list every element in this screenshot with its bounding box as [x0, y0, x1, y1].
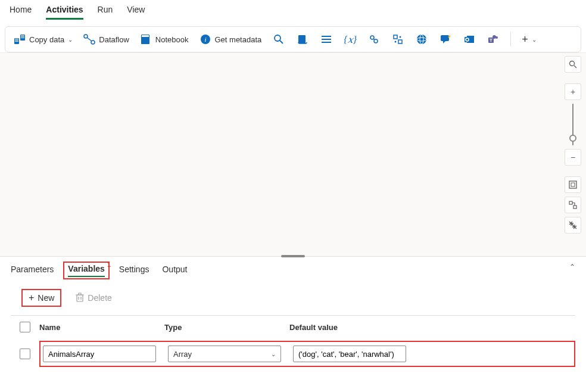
fullscreen-button[interactable] [565, 217, 581, 234]
auto-layout-button[interactable] [565, 197, 581, 213]
trash-icon [76, 293, 84, 304]
menu-home[interactable]: Home [10, 5, 32, 20]
svg-point-33 [495, 36, 498, 39]
column-header-default[interactable]: Default value [289, 323, 575, 332]
teams-icon[interactable]: T [487, 33, 500, 46]
svg-rect-40 [573, 206, 576, 209]
svg-point-36 [570, 61, 575, 66]
column-header-name[interactable]: Name [39, 323, 164, 332]
properties-panel: Parameters Variables 1 Settings Output ⌃… [0, 256, 586, 369]
svg-rect-7 [21, 38, 24, 38]
variable-type-select[interactable]: Array ⌄ [168, 346, 281, 362]
svg-rect-18 [322, 42, 331, 43]
top-menu-bar: Home Activities Run View [0, 0, 586, 24]
menu-view[interactable]: View [127, 5, 145, 20]
select-all-checkbox[interactable] [20, 322, 30, 332]
svg-point-25 [417, 35, 426, 44]
svg-text:i: i [204, 36, 206, 43]
variable-default-input[interactable] [293, 346, 406, 362]
web-icon[interactable] [415, 33, 428, 46]
debug-icon[interactable] [367, 33, 381, 46]
tab-settings[interactable]: Settings [119, 265, 149, 276]
canvas-search-button[interactable] [565, 56, 581, 73]
notebook-icon [140, 33, 152, 45]
zoom-slider[interactable] [572, 104, 573, 145]
svg-rect-41 [77, 295, 83, 301]
svg-rect-2 [15, 40, 18, 41]
fit-to-screen-button[interactable] [565, 176, 581, 193]
svg-rect-3 [15, 41, 18, 42]
dataflow-button[interactable]: Dataflow [83, 33, 129, 45]
svg-rect-38 [571, 183, 575, 186]
menu-activities[interactable]: Activities [46, 5, 83, 20]
new-variable-button[interactable]: + New [21, 289, 61, 307]
delete-label: Delete [88, 293, 111, 303]
zoom-in-button[interactable]: + [565, 83, 581, 100]
zoom-out-button[interactable]: − [565, 149, 581, 166]
svg-rect-16 [322, 36, 331, 37]
svg-rect-6 [21, 36, 24, 37]
delete-variable-button[interactable]: Delete [76, 293, 111, 304]
activities-toolbar: Copy data ⌄ Dataflow Notebook i Get meta… [5, 26, 581, 52]
dataflow-label: Dataflow [99, 35, 129, 44]
canvas-side-controls: + − [565, 56, 581, 234]
notebook-label: Notebook [155, 35, 189, 44]
variable-name-input[interactable] [43, 346, 156, 362]
list-icon[interactable] [320, 33, 333, 46]
get-metadata-button[interactable]: i Get metadata [200, 33, 262, 45]
svg-rect-11 [142, 35, 149, 37]
tab-parameters[interactable]: Parameters [11, 265, 54, 276]
svg-rect-28 [441, 35, 449, 41]
row-checkbox[interactable] [20, 349, 30, 359]
svg-point-24 [395, 41, 397, 43]
svg-point-14 [275, 35, 280, 41]
pipeline-canvas[interactable] [0, 52, 586, 256]
plus-icon: + [522, 33, 528, 46]
svg-rect-5 [21, 35, 24, 36]
toolbar-separator [510, 32, 511, 46]
svg-text:T: T [490, 38, 493, 43]
collapse-panel-button[interactable]: ⌃ [569, 263, 575, 271]
svg-point-23 [400, 36, 401, 38]
outlook-icon[interactable] [463, 33, 476, 46]
plus-icon: + [29, 293, 34, 303]
chevron-down-icon: ⌄ [271, 351, 276, 357]
svg-rect-22 [398, 40, 402, 43]
variables-badge: 1 [107, 262, 111, 268]
get-metadata-label: Get metadata [215, 35, 262, 44]
menu-run[interactable]: Run [98, 5, 113, 20]
svg-rect-39 [569, 201, 572, 204]
add-activity-button[interactable]: + ⌄ [522, 33, 537, 46]
svg-rect-17 [322, 39, 331, 40]
variables-table: Name Type Default value Array ⌄ [0, 316, 586, 369]
svg-rect-37 [569, 181, 576, 188]
table-row: Array ⌄ [11, 338, 575, 369]
copy-data-label: Copy data [29, 35, 64, 44]
dataflow-icon [83, 33, 95, 45]
panel-tabs: Parameters Variables 1 Settings Output ⌃ [0, 257, 586, 283]
zoom-slider-thumb[interactable] [569, 135, 576, 142]
chat-icon[interactable] [439, 33, 452, 46]
tab-variables[interactable]: Variables [68, 264, 105, 277]
table-header-row: Name Type Default value [11, 316, 575, 338]
tab-output[interactable]: Output [162, 265, 187, 276]
info-icon: i [200, 33, 211, 45]
wrap-icon[interactable] [391, 33, 404, 46]
chevron-down-icon: ⌄ [532, 36, 537, 43]
svg-rect-21 [394, 35, 397, 39]
copy-data-button[interactable]: Copy data ⌄ [14, 33, 73, 45]
svg-rect-15 [298, 35, 306, 43]
search-icon[interactable] [272, 33, 285, 46]
variable-icon[interactable]: {𝑥} [344, 33, 357, 46]
notebook-button[interactable]: Notebook [140, 33, 189, 45]
column-header-type[interactable]: Type [164, 323, 289, 332]
svg-rect-1 [15, 39, 18, 39]
chevron-down-icon: ⌄ [68, 36, 73, 43]
select-value: Array [173, 350, 192, 359]
panel-actions: + New Delete [11, 283, 575, 316]
copy-data-icon [14, 33, 26, 45]
new-label: New [38, 293, 54, 303]
script-icon[interactable] [296, 33, 309, 46]
